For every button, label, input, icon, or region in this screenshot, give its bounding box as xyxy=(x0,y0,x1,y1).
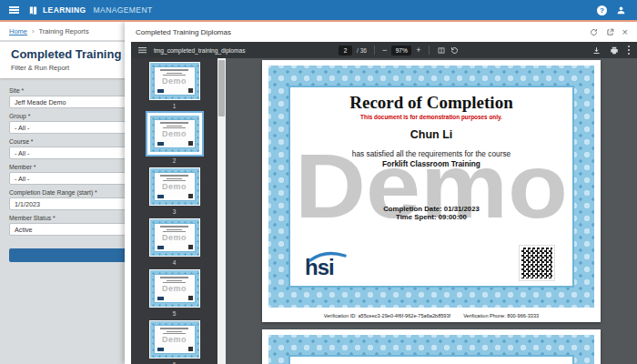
toolbar-divider xyxy=(429,46,430,55)
thumbnail-certificate: Demo xyxy=(150,270,199,307)
pdf-toolbar: tmg_completed_training_diplomas 2 / 36 −… xyxy=(131,42,637,58)
print-icon[interactable] xyxy=(610,46,619,55)
more-options-icon[interactable] xyxy=(628,46,630,55)
page-total: / 36 xyxy=(357,47,367,54)
certificate-satisfied-line: has satisfied all the requirements for t… xyxy=(290,149,572,158)
refresh-icon[interactable] xyxy=(590,28,598,36)
brand-logo: LEARNING MANAGEMENT xyxy=(28,5,153,15)
zoom-level[interactable]: 97% xyxy=(391,46,411,56)
thumbnail-page-number: 4 xyxy=(173,259,177,266)
breadcrumb-current: Training Reports xyxy=(39,27,89,35)
thumbnail-page-number: 5 xyxy=(173,310,177,317)
certificate-page-next: Record of Completion xyxy=(262,329,601,364)
pdf-toolbar-actions xyxy=(592,46,630,55)
breadcrumb-home-link[interactable]: Home xyxy=(9,27,27,35)
pdf-thumbnail-1[interactable]: Demo 1 xyxy=(149,62,200,109)
brand-secondary: MANAGEMENT xyxy=(94,5,153,15)
thumbnail-certificate: Demo xyxy=(150,116,199,152)
certificate-recipient: Chun Li xyxy=(290,128,572,141)
pdf-page-controls: 2 / 36 − 97% + xyxy=(339,42,459,58)
page-number-input[interactable]: 2 xyxy=(339,46,352,56)
close-icon[interactable]: × xyxy=(622,27,628,37)
toolbar-divider xyxy=(374,46,375,55)
thumbnail-page-number: 3 xyxy=(173,208,177,215)
thumbnail-page-number: 2 xyxy=(173,157,177,164)
certificate-border: Demo Record of Completion This document … xyxy=(268,66,594,308)
open-new-window-icon[interactable] xyxy=(606,28,614,36)
app-bar-actions: ? xyxy=(597,5,637,15)
help-icon[interactable]: ? xyxy=(597,5,607,15)
certificate-time-spent: Time Spent: 09:00:00 xyxy=(290,213,572,221)
certificate-border: Record of Completion xyxy=(268,335,594,364)
fit-page-icon[interactable] xyxy=(437,46,446,55)
thumbnail-panel-toggle-icon[interactable] xyxy=(138,47,147,54)
modal-header: Completed Training Diplomas × xyxy=(125,22,637,42)
download-icon[interactable] xyxy=(592,46,601,55)
certificate-page-current: Demo Record of Completion This document … xyxy=(262,60,601,322)
pdf-viewer: tmg_completed_training_diplomas 2 / 36 −… xyxy=(131,42,637,364)
hsi-logo: hsi xyxy=(305,258,334,278)
thumbnail-rail: Demo 1 Demo 2 Demo 3 Demo 4 xyxy=(131,58,217,364)
verification-id: Verification ID: a55ceec3-29e0-4f6f-962e… xyxy=(324,313,450,318)
app-bar: LEARNING MANAGEMENT ? xyxy=(0,0,637,20)
pdf-thumbnail-6[interactable]: Demo 6 xyxy=(149,320,200,364)
pdf-page-view: Demo Record of Completion This document … xyxy=(226,58,637,364)
pdf-thumbnail-4[interactable]: Demo 4 xyxy=(149,218,200,266)
certificate-course-name: Forklift Classroom Training xyxy=(290,159,572,168)
thumbnail-certificate: Demo xyxy=(150,219,199,256)
pdf-thumbnail-3[interactable]: Demo 3 xyxy=(149,167,200,215)
screen: LEARNING MANAGEMENT ? Home › Training Re… xyxy=(0,0,637,364)
certificate-verification: Verification ID: a55ceec3-29e0-4f6f-962e… xyxy=(262,313,601,318)
pdf-viewer-body: Demo 1 Demo 2 Demo 3 Demo 4 xyxy=(131,58,637,364)
thumbnail-scrollbar[interactable] xyxy=(217,58,226,364)
modal-title: Completed Training Diplomas xyxy=(136,28,231,36)
breadcrumb-separator: › xyxy=(32,27,35,35)
pdf-viewer-modal: Completed Training Diplomas × tmg_comple… xyxy=(125,22,637,364)
rotate-icon[interactable] xyxy=(450,46,459,55)
thumbnail-certificate: Demo xyxy=(150,168,199,205)
zoom-out-button[interactable]: − xyxy=(382,46,387,55)
zoom-in-button[interactable]: + xyxy=(416,46,420,55)
verification-phone: Verification Phone: 800-966-3333 xyxy=(463,313,539,318)
thumbnail-page-number: 1 xyxy=(173,103,177,109)
hsi-logo-swoosh xyxy=(308,251,347,262)
accent-line xyxy=(0,20,637,22)
brand-primary: LEARNING xyxy=(43,5,86,15)
certificate-title: Record of Completion xyxy=(290,93,572,113)
pdf-filename: tmg_completed_training_diplomas xyxy=(154,47,245,54)
thumbnail-certificate: Demo xyxy=(150,63,199,99)
pdf-thumbnail-5[interactable]: Demo 5 xyxy=(149,269,200,317)
modal-header-actions: × xyxy=(590,27,628,37)
thumbnail-certificate: Demo xyxy=(150,321,199,358)
certificate-disclaimer: This document is for demonstration purpo… xyxy=(290,114,572,120)
qr-code xyxy=(520,246,554,280)
pdf-thumbnail-2[interactable]: Demo 2 xyxy=(147,113,202,164)
certificate-completion-date: Completion Date: 01/31/2023 xyxy=(290,205,572,213)
thumbnail-scrollbar-thumb[interactable] xyxy=(218,60,225,116)
user-icon[interactable] xyxy=(616,5,626,15)
menu-icon[interactable] xyxy=(9,6,19,14)
book-icon xyxy=(28,5,38,15)
